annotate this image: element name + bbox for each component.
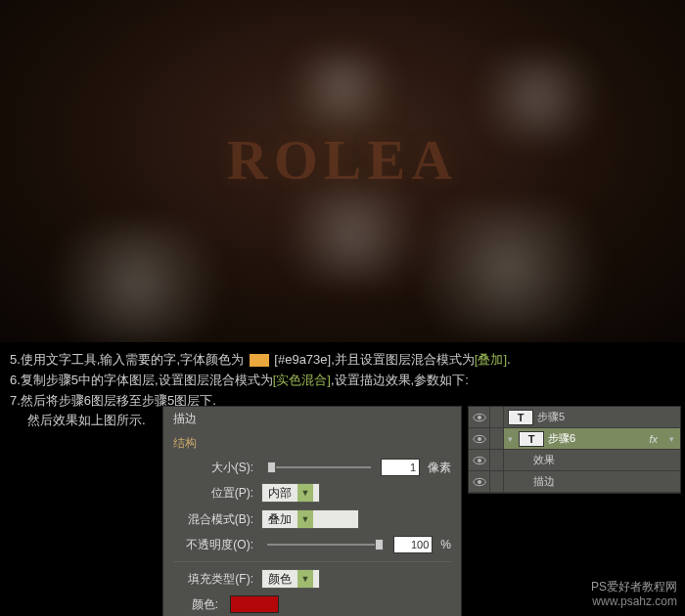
chevron-down-icon: ▼	[297, 510, 313, 528]
effects-label: 效果	[533, 453, 555, 467]
step5-text-a: 5.使用文字工具,输入需要的字,字体颜色为	[10, 352, 244, 367]
opacity-label: 不透明度(O):	[173, 537, 257, 553]
visibility-toggle[interactable]	[469, 428, 490, 449]
canvas-title-text: ROLEA	[227, 127, 458, 193]
blend-mode-row: 混合模式(B): 叠加 ▼	[173, 509, 451, 529]
stroke-effect-label: 描边	[533, 474, 555, 489]
size-label: 大小(S):	[173, 460, 257, 476]
chevron-down-icon: ▾	[669, 434, 674, 444]
fill-type-label: 填充类型(F):	[173, 571, 257, 588]
fill-type-value: 颜色	[268, 571, 292, 588]
fill-type-select[interactable]: 颜色 ▼	[261, 569, 320, 589]
size-input[interactable]: 1	[381, 459, 420, 476]
opacity-unit: %	[440, 538, 451, 551]
step5-text-d: .	[507, 352, 511, 367]
smoke-decoration	[460, 54, 616, 142]
color-label: 颜色:	[173, 596, 222, 613]
position-label: 位置(P):	[173, 485, 257, 502]
step5-highlight: [叠加]	[475, 352, 507, 367]
eye-icon	[473, 434, 486, 444]
layer-name: 步骤6	[548, 431, 575, 446]
visibility-toggle[interactable]	[469, 471, 490, 492]
eye-icon	[473, 477, 486, 487]
opacity-row: 不透明度(O): 100 %	[173, 536, 451, 553]
fx-badge[interactable]: fx	[649, 433, 663, 445]
stroke-color-swatch[interactable]	[230, 595, 279, 613]
layers-panel: T 步骤5 ▾ T 步骤6 fx ▾ 效果 描边	[468, 406, 681, 494]
size-row: 大小(S): 1 像素	[173, 459, 451, 476]
smoke-decoration	[391, 205, 626, 332]
watermark-url: www.psahz.com	[591, 594, 677, 610]
lock-column	[490, 450, 504, 470]
position-row: 位置(P): 内部 ▼	[173, 483, 451, 503]
smoke-decoration	[274, 49, 411, 127]
eye-icon	[473, 413, 486, 422]
opacity-input[interactable]: 100	[393, 536, 433, 553]
visibility-toggle[interactable]	[469, 407, 490, 427]
svg-point-5	[478, 459, 481, 462]
layer-row-step6[interactable]: ▾ T 步骤6 fx ▾	[469, 428, 680, 450]
layer-row-step5[interactable]: T 步骤5	[469, 407, 680, 428]
watermark-cn: PS爱好者教程网	[591, 580, 677, 595]
lock-column	[490, 428, 504, 449]
structure-group-label: 结构	[173, 435, 451, 452]
eye-icon	[473, 456, 486, 465]
lock-column	[490, 471, 504, 492]
chevron-down-icon: ▾	[508, 434, 513, 444]
blend-label: 混合模式(B):	[173, 511, 257, 528]
position-select[interactable]: 内部 ▼	[261, 483, 320, 503]
visibility-toggle[interactable]	[469, 450, 490, 470]
blend-value: 叠加	[268, 511, 292, 528]
canvas-preview: ROLEA	[0, 0, 685, 342]
stroke-settings-panel: 描边 结构 大小(S): 1 像素 位置(P): 内部 ▼ 混合模式(B): 叠…	[162, 406, 462, 616]
step6-highlight: [实色混合]	[273, 373, 331, 387]
color-row: 颜色:	[173, 595, 451, 613]
step5-text-b: [#e9a73e],并且设置图层混合模式为	[274, 352, 474, 367]
svg-point-1	[478, 416, 481, 419]
position-value: 内部	[268, 485, 292, 502]
watermark: PS爱好者教程网 www.psahz.com	[591, 580, 677, 610]
step6-text-a: 6.复制步骤5中的字体图层,设置图层混合模式为	[10, 373, 273, 387]
opacity-slider[interactable]	[267, 544, 384, 546]
svg-point-3	[478, 437, 481, 441]
panel-title: 描边	[163, 407, 461, 429]
fill-type-row: 填充类型(F): 颜色 ▼	[173, 569, 451, 589]
text-layer-thumb: T	[508, 410, 533, 425]
layer-name: 步骤5	[537, 410, 565, 424]
text-layer-thumb: T	[519, 431, 544, 447]
layer-stroke-effect-row[interactable]: 描边	[469, 471, 680, 493]
blend-mode-select[interactable]: 叠加 ▼	[261, 509, 359, 529]
layer-effects-row[interactable]: 效果	[469, 450, 680, 471]
svg-point-7	[478, 480, 481, 484]
size-unit: 像素	[428, 460, 451, 476]
chevron-down-icon: ▼	[297, 570, 313, 588]
smoke-decoration	[29, 225, 245, 342]
step6-text-c: ,设置描边效果,参数如下:	[331, 373, 469, 387]
chevron-down-icon: ▼	[297, 484, 313, 502]
divider	[173, 561, 451, 562]
size-slider[interactable]	[267, 466, 371, 468]
color-chip-swatch	[250, 354, 269, 367]
lock-column	[490, 407, 504, 427]
